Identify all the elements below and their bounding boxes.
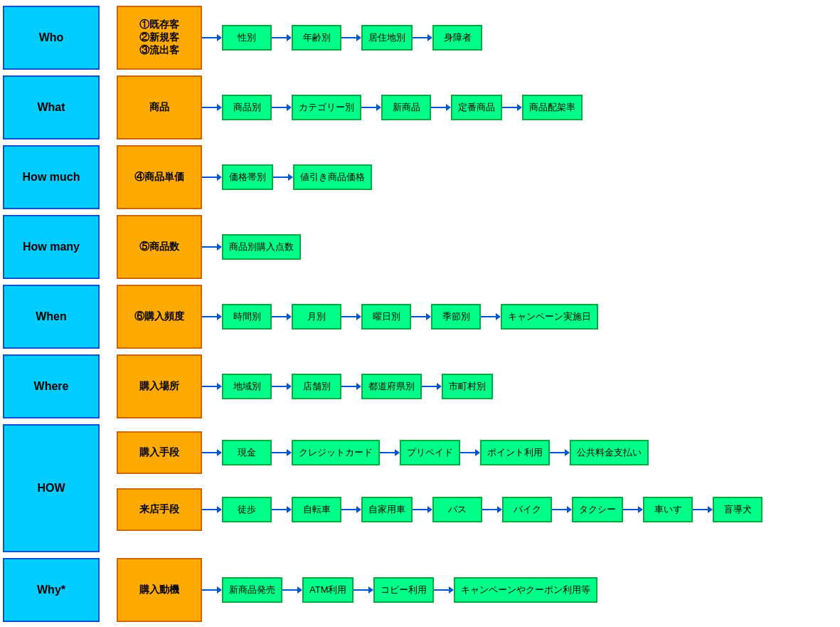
- arrow-connector: [550, 449, 570, 456]
- category-box: How many: [3, 215, 100, 279]
- item-chain: 新商品発売ATM利用コピー利用キャンペーンやクーポン利用等: [202, 558, 597, 622]
- arrow-connector: [202, 383, 222, 390]
- arrow-connector: [202, 313, 222, 320]
- orange-box: ⑤商品数: [117, 215, 202, 279]
- orange-box: ⑥購入頻度: [117, 285, 202, 349]
- leaf-box: 店舗別: [292, 374, 341, 399]
- arrow-connector: [272, 313, 292, 320]
- arrow-connector: [202, 449, 222, 456]
- arrow-connector: [693, 506, 713, 513]
- arrow-connector: [202, 174, 222, 181]
- arrow-connector: [272, 449, 292, 456]
- leaf-box: 車いす: [643, 497, 693, 522]
- leaf-box: 居住地別: [361, 25, 413, 51]
- row-how: HOW購入手段現金クレジットカードプリペイドポイント利用公共料金支払い来店手段徒…: [3, 424, 837, 552]
- sub-rows: 購入手段現金クレジットカードプリペイドポイント利用公共料金支払い来店手段徒歩自転…: [100, 424, 762, 552]
- leaf-box: 現金: [222, 440, 272, 465]
- leaf-box: バイク: [502, 497, 552, 522]
- sub-row-0: 購入手段現金クレジットカードプリペイドポイント利用公共料金支払い: [100, 424, 762, 481]
- arrow-connector: [273, 174, 293, 181]
- row-what: What商品商品別カテゴリー別新商品定番商品商品配架率: [3, 75, 837, 139]
- arrow-connector: [272, 34, 292, 41]
- leaf-box: 商品配架率: [522, 95, 583, 120]
- row-how-much: How much④商品単価価格帯別値引き商品価格: [3, 145, 837, 209]
- leaf-box: バス: [432, 497, 482, 522]
- item-chain: 現金クレジットカードプリペイドポイント利用公共料金支払い: [202, 440, 649, 465]
- arrow-connector: [202, 104, 222, 111]
- leaf-box: ATM利用: [302, 577, 353, 603]
- sub-row-1: 来店手段徒歩自転車自家用車バスバイクタクシー車いす盲導犬: [100, 481, 762, 538]
- category-box: When: [3, 285, 100, 349]
- arrow-connector: [202, 506, 222, 513]
- arrow-connector: [282, 586, 302, 594]
- arrow-connector: [341, 313, 361, 320]
- arrow-connector: [202, 586, 222, 594]
- category-box: Who: [3, 6, 100, 70]
- arrow-connector: [413, 506, 432, 513]
- leaf-box: 新商品: [381, 95, 431, 120]
- item-chain: 時間別月別曜日別季節別キャンペーン実施日: [202, 285, 598, 349]
- category-box: Why*: [3, 558, 100, 622]
- leaf-box: 盲導犬: [713, 497, 762, 522]
- leaf-box: キャンペーン実施日: [501, 304, 598, 330]
- arrow-connector: [422, 383, 442, 390]
- leaf-box: 徒歩: [222, 497, 272, 522]
- leaf-box: 都道府県別: [361, 374, 422, 399]
- arrow-connector: [202, 34, 222, 41]
- arrow-connector: [202, 243, 222, 251]
- leaf-box: キャンペーンやクーポン利用等: [454, 577, 597, 603]
- arrow-connector: [341, 383, 361, 390]
- leaf-box: クレジットカード: [292, 440, 380, 465]
- leaf-box: 自家用車: [361, 497, 413, 522]
- leaf-box: 価格帯別: [222, 164, 273, 190]
- arrow-connector: [411, 313, 431, 320]
- arrow-connector: [482, 506, 502, 513]
- leaf-box: 定番商品: [451, 95, 502, 120]
- leaf-box: 値引き商品価格: [293, 164, 372, 190]
- arrow-connector: [502, 104, 522, 111]
- arrow-connector: [434, 586, 454, 594]
- leaf-box: 曜日別: [361, 304, 411, 330]
- row-how-many: How many⑤商品数商品別購入点数: [3, 215, 837, 279]
- leaf-box: 新商品発売: [222, 577, 282, 603]
- leaf-box: 地域別: [222, 374, 272, 399]
- category-box: Where: [3, 354, 100, 418]
- arrow-connector: [341, 34, 361, 41]
- row-why: Why*購入動機新商品発売ATM利用コピー利用キャンペーンやクーポン利用等: [3, 558, 837, 622]
- arrow-connector: [481, 313, 501, 320]
- arrow-connector: [380, 449, 400, 456]
- item-chain: 地域別店舗別都道府県別市町村別: [202, 354, 493, 418]
- leaf-box: 月別: [292, 304, 341, 330]
- leaf-box: 身障者: [432, 25, 482, 51]
- orange-box: ①既存客②新規客③流出客: [117, 6, 202, 70]
- orange-box: 商品: [117, 75, 202, 139]
- arrow-connector: [341, 506, 361, 513]
- leaf-box: 性別: [222, 25, 272, 51]
- leaf-box: プリペイド: [400, 440, 460, 465]
- leaf-box: 公共料金支払い: [570, 440, 649, 465]
- orange-box: 購入場所: [117, 354, 202, 418]
- leaf-box: コピー利用: [373, 577, 434, 603]
- item-chain: 徒歩自転車自家用車バスバイクタクシー車いす盲導犬: [202, 497, 762, 522]
- leaf-box: 市町村別: [442, 374, 493, 399]
- leaf-box: 時間別: [222, 304, 272, 330]
- arrow-connector: [272, 506, 292, 513]
- orange-box: ④商品単価: [117, 145, 202, 209]
- leaf-box: 年齢別: [292, 25, 341, 51]
- leaf-box: 季節別: [431, 304, 481, 330]
- diagram: Who①既存客②新規客③流出客性別年齢別居住地別身障者What商品商品別カテゴリ…: [0, 0, 840, 627]
- category-box: What: [3, 75, 100, 139]
- arrow-connector: [460, 449, 480, 456]
- arrow-connector: [623, 506, 643, 513]
- orange-box: 購入手段: [117, 431, 202, 474]
- leaf-box: タクシー: [572, 497, 623, 522]
- arrow-connector: [431, 104, 451, 111]
- arrow-connector: [353, 586, 373, 594]
- orange-box: 来店手段: [117, 488, 202, 531]
- item-chain: 性別年齢別居住地別身障者: [202, 6, 482, 70]
- leaf-box: ポイント利用: [480, 440, 550, 465]
- category-box: HOW: [3, 424, 100, 552]
- item-chain: 商品別購入点数: [202, 215, 301, 279]
- row-who: Who①既存客②新規客③流出客性別年齢別居住地別身障者: [3, 6, 837, 70]
- orange-box: 購入動機: [117, 558, 202, 622]
